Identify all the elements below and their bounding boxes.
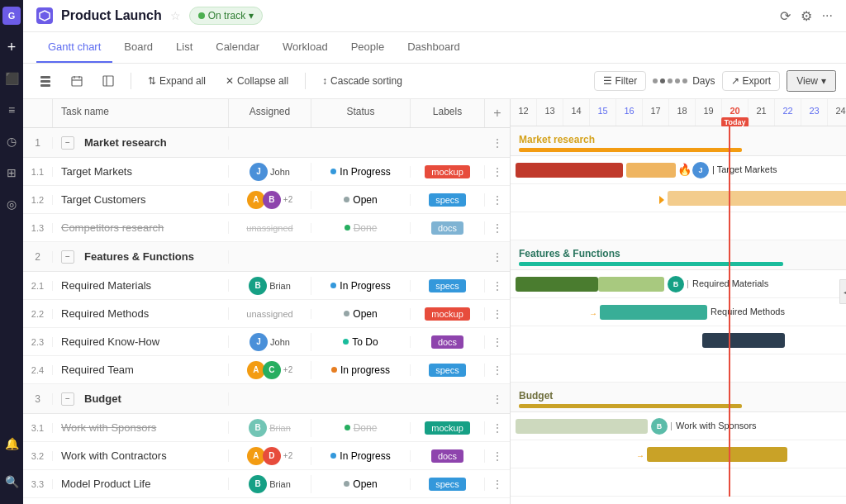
group-toggle-1[interactable]: − bbox=[61, 136, 74, 150]
status-text: Open bbox=[353, 194, 377, 206]
task-num: 2.4 bbox=[23, 365, 53, 375]
task-actions[interactable]: ⋮ bbox=[485, 221, 510, 235]
sidebar-grid-icon[interactable]: ⊞ bbox=[2, 164, 21, 182]
sidebar-search-icon[interactable]: 🔍 bbox=[2, 473, 21, 491]
tab-list[interactable]: List bbox=[164, 32, 204, 63]
gantt-row-3-3 bbox=[511, 468, 846, 497]
gantt-label-2-2: Required Methods bbox=[711, 307, 785, 316]
task-labels: docs bbox=[411, 449, 485, 463]
gantt-row-3-1: B | Work with Sponsors bbox=[511, 412, 846, 440]
tab-calendar[interactable]: Calendar bbox=[204, 32, 271, 63]
days-slider[interactable] bbox=[653, 78, 687, 83]
task-assigned: J John bbox=[229, 333, 311, 351]
tab-dashboard[interactable]: Dashboard bbox=[396, 32, 472, 63]
task-status: Done bbox=[311, 222, 411, 234]
status-arrow: ▾ bbox=[249, 10, 254, 21]
task-actions[interactable]: ⋮ bbox=[485, 335, 510, 349]
task-actions[interactable]: ⋮ bbox=[485, 364, 510, 377]
task-actions[interactable]: ⋮ bbox=[485, 165, 510, 178]
group-actions-1[interactable]: ⋮ bbox=[485, 136, 510, 150]
today-line bbox=[729, 126, 730, 497]
sidebar-clock-icon[interactable]: ◷ bbox=[2, 132, 21, 150]
settings-icon[interactable]: ⚙ bbox=[801, 8, 812, 24]
gantt-group-label-3: Budget bbox=[519, 390, 553, 402]
view-arrow: ▾ bbox=[821, 75, 826, 87]
table-row: 1.3 Competitors research unassigned Done… bbox=[23, 214, 510, 242]
label-badge: docs bbox=[431, 449, 463, 463]
filter-button[interactable]: ☰ Filter bbox=[594, 71, 647, 91]
gantt-avatar-3-1: B bbox=[651, 418, 668, 435]
label-badge: mockup bbox=[425, 307, 470, 321]
gantt-row-2-1: B | Required Materials bbox=[511, 270, 846, 298]
col-labels-header: Labels bbox=[411, 99, 485, 127]
calendar-view-button[interactable] bbox=[64, 72, 89, 90]
sidebar-add-icon[interactable]: + bbox=[2, 38, 21, 56]
collapse-icon: ✕ bbox=[226, 75, 234, 87]
sidebar-logo[interactable]: G bbox=[2, 7, 21, 25]
view-button[interactable]: View ▾ bbox=[787, 70, 836, 92]
gantt-row-2-4 bbox=[511, 354, 846, 383]
history-icon[interactable]: ⟳ bbox=[780, 8, 791, 24]
avatar: J bbox=[250, 333, 268, 351]
avatar: B bbox=[249, 475, 267, 493]
sidebar-home-icon[interactable]: ⬛ bbox=[2, 69, 21, 88]
group-actions-2[interactable]: ⋮ bbox=[485, 250, 510, 264]
tab-workload[interactable]: Workload bbox=[271, 32, 340, 63]
gantt-body: ◀ Market research 🔥 bbox=[511, 126, 846, 504]
sidebar-chat-icon[interactable]: ◎ bbox=[2, 195, 21, 213]
task-actions[interactable]: ⋮ bbox=[485, 193, 510, 207]
table-body: 1 − Market research ⋮ 1.1 Target Markets bbox=[23, 128, 510, 504]
status-badge[interactable]: On track ▾ bbox=[189, 7, 263, 25]
more-icon[interactable]: ··· bbox=[822, 8, 833, 23]
status-text: Open bbox=[353, 308, 377, 320]
task-assigned: B Brian bbox=[229, 419, 311, 437]
gantt-bar-target-markets-orange bbox=[626, 163, 676, 178]
sidebar-menu-icon[interactable]: ≡ bbox=[2, 101, 21, 119]
avatar: B bbox=[249, 419, 267, 437]
tab-gantt-chart[interactable]: Gantt chart bbox=[36, 32, 112, 63]
header-actions: ⟳ ⚙ ··· bbox=[780, 8, 833, 24]
col-add-header[interactable]: + bbox=[485, 99, 510, 127]
group-toggle-3[interactable]: − bbox=[61, 392, 74, 406]
expand-all-button[interactable]: ⇅ Expand all bbox=[141, 72, 212, 90]
task-name: Target Markets bbox=[53, 165, 229, 178]
expand-icon: ⇅ bbox=[148, 75, 156, 87]
export-button[interactable]: ↗ Export bbox=[722, 71, 781, 91]
task-actions[interactable]: ⋮ bbox=[485, 279, 510, 292]
task-actions[interactable]: ⋮ bbox=[485, 478, 510, 491]
group-toggle-2[interactable]: − bbox=[61, 250, 74, 264]
label-badge: mockup bbox=[425, 165, 470, 178]
task-num: 3.3 bbox=[23, 479, 53, 489]
group-task-1: − Market research bbox=[53, 136, 229, 150]
task-labels: specs bbox=[411, 364, 485, 377]
gantt-group-bar-1 bbox=[519, 148, 742, 152]
task-actions[interactable]: ⋮ bbox=[485, 307, 510, 321]
status-text: Open bbox=[353, 478, 377, 490]
group-title-3: Budget bbox=[84, 392, 121, 405]
star-icon[interactable]: ☆ bbox=[170, 9, 181, 22]
tab-board[interactable]: Board bbox=[112, 32, 164, 63]
cascade-sort-button[interactable]: ↕ Cascade sorting bbox=[316, 72, 409, 90]
group-actions-3[interactable]: ⋮ bbox=[485, 392, 510, 406]
label-badge: docs bbox=[431, 335, 463, 349]
row-view-button[interactable] bbox=[33, 72, 58, 90]
sidebar-bell-icon[interactable]: 🔔 bbox=[2, 435, 21, 453]
status-text: In Progress bbox=[340, 450, 390, 462]
collapse-all-button[interactable]: ✕ Collapse all bbox=[219, 72, 295, 90]
table-row: 1.1 Target Markets J John In Progress mo… bbox=[23, 158, 510, 186]
task-labels: specs bbox=[411, 279, 485, 292]
task-actions[interactable]: ⋮ bbox=[485, 421, 510, 435]
tab-people[interactable]: People bbox=[340, 32, 396, 63]
task-assigned: A D +2 bbox=[229, 447, 311, 465]
task-actions[interactable]: ⋮ bbox=[485, 449, 510, 463]
collapse-gantt-button[interactable]: ◀ bbox=[839, 279, 846, 304]
avatar: D bbox=[263, 447, 281, 465]
avatar: C bbox=[263, 361, 281, 379]
status-dot bbox=[345, 425, 350, 430]
svg-rect-3 bbox=[40, 84, 50, 87]
assignee-name: Brian bbox=[269, 479, 291, 489]
assignee-name: unassigned bbox=[246, 223, 292, 233]
status-dot bbox=[330, 169, 336, 174]
export-view-button[interactable] bbox=[96, 72, 121, 90]
task-status: In progress bbox=[311, 364, 411, 376]
